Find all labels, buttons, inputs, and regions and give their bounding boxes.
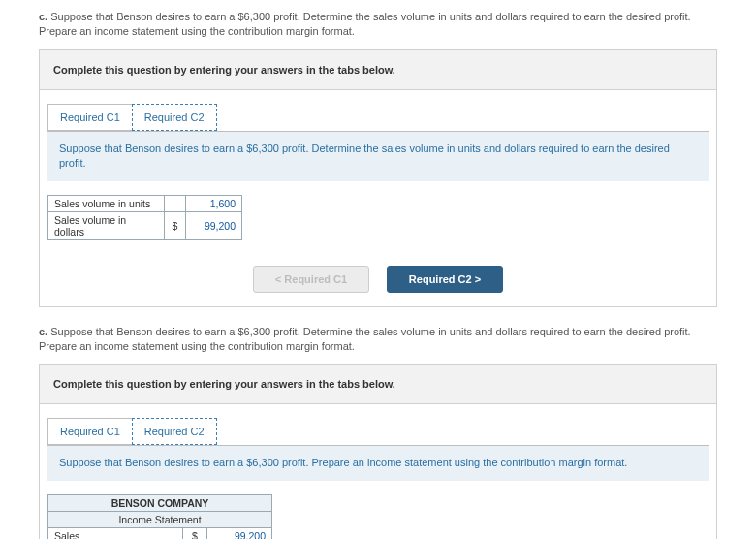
answer-area-1: Sales volume in units 1,600 Sales volume… — [40, 181, 716, 256]
instruction-bar-1: Complete this question by entering your … — [40, 50, 716, 90]
tab-required-c2[interactable]: Required C2 — [132, 104, 217, 131]
nav-row-1: < Required C1 Required C2 > — [40, 256, 716, 306]
row-dollars-sym[interactable]: $ — [165, 211, 186, 239]
sales-value[interactable]: 99,200 — [207, 527, 272, 539]
sales-sym[interactable]: $ — [182, 527, 206, 539]
tab-required-c2-b[interactable]: Required C2 — [132, 418, 217, 445]
q1-prefix: c. — [39, 11, 47, 22]
row-units-sym[interactable] — [165, 195, 186, 211]
row-units-value[interactable]: 1,600 — [186, 195, 242, 211]
question-c2-text: c. Suppose that Benson desires to earn a… — [39, 325, 717, 355]
subprompt-2: Suppose that Benson desires to earn a $6… — [47, 445, 709, 480]
tabs-1: Required C1 Required C2 — [47, 104, 716, 131]
q2-body: Suppose that Benson desires to earn a $6… — [39, 326, 691, 352]
row-dollars-label: Sales volume in dollars — [48, 211, 165, 239]
company-header: BENSON COMPANY — [48, 494, 272, 511]
panel-c2: Complete this question by entering your … — [39, 364, 717, 539]
q1-body: Suppose that Benson desires to earn a $6… — [39, 11, 691, 37]
tab-required-c1-b[interactable]: Required C1 — [47, 418, 133, 445]
tabs-2: Required C1 Required C2 — [47, 418, 716, 445]
nav-prev-button[interactable]: < Required C1 — [253, 266, 369, 293]
row-units-label: Sales volume in units — [48, 195, 165, 211]
q2-prefix: c. — [39, 326, 47, 337]
table-row: Sales volume in units 1,600 — [48, 195, 242, 211]
subprompt-1: Suppose that Benson desires to earn a $6… — [47, 131, 709, 181]
panel-c1: Complete this question by entering your … — [39, 49, 717, 307]
question-c1-text: c. Suppose that Benson desires to earn a… — [39, 10, 717, 40]
row-dollars-value[interactable]: 99,200 — [186, 211, 242, 239]
statement-title: Income Statement — [48, 511, 272, 527]
sales-volume-table: Sales volume in units 1,600 Sales volume… — [47, 195, 242, 240]
table-row: Sales $ 99,200 — [48, 527, 272, 539]
income-statement-table: BENSON COMPANY Income Statement Sales $ … — [47, 494, 272, 539]
table-row: Sales volume in dollars $ 99,200 — [48, 211, 242, 239]
nav-next-button[interactable]: Required C2 > — [387, 266, 503, 293]
sales-label[interactable]: Sales — [48, 527, 183, 539]
instruction-bar-2: Complete this question by entering your … — [40, 365, 716, 404]
answer-area-2: BENSON COMPANY Income Statement Sales $ … — [40, 481, 716, 539]
tab-required-c1[interactable]: Required C1 — [47, 104, 133, 131]
